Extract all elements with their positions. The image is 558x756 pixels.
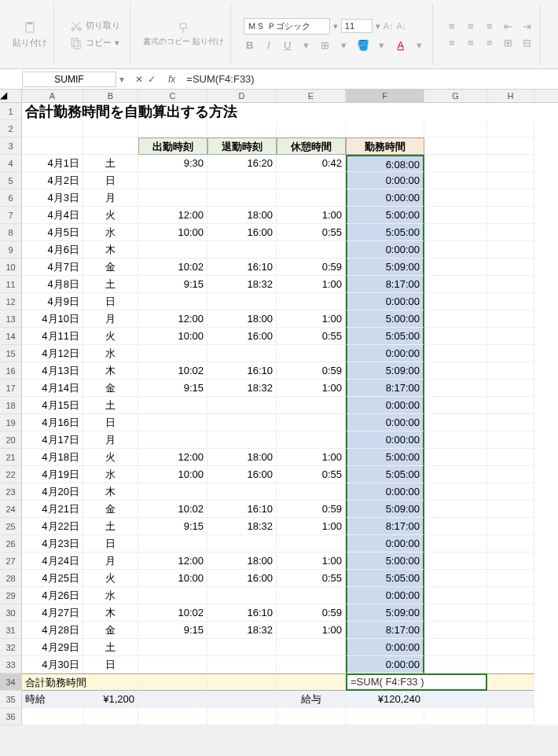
- align-center-button[interactable]: ≡: [464, 37, 477, 49]
- row-header[interactable]: 31: [0, 622, 22, 639]
- cell[interactable]: [487, 138, 534, 155]
- font-name-select[interactable]: ＭＳ Ｐゴシック: [244, 18, 330, 35]
- cell[interactable]: ¥1,200: [83, 691, 138, 708]
- row-header[interactable]: 18: [0, 397, 22, 414]
- bold-button[interactable]: B: [244, 39, 256, 51]
- cell[interactable]: 1:00: [277, 207, 346, 224]
- cell[interactable]: 10:02: [138, 362, 207, 380]
- row-header[interactable]: 17: [0, 380, 22, 397]
- cell[interactable]: [424, 120, 487, 138]
- cell[interactable]: [277, 708, 346, 725]
- cells-area[interactable]: 合計勤務時間を自動算出する方法出勤時刻退勤時刻休憩時間勤務時間4月1日土9:30…: [22, 103, 534, 725]
- cell[interactable]: [424, 328, 487, 345]
- row-header[interactable]: 27: [0, 552, 22, 570]
- cell[interactable]: 9:15: [138, 380, 207, 397]
- cell[interactable]: 土: [83, 639, 138, 656]
- row-header[interactable]: 11: [0, 276, 22, 293]
- col-header-E[interactable]: E: [277, 90, 346, 102]
- row-header[interactable]: 8: [0, 224, 22, 241]
- cell[interactable]: 1:00: [277, 552, 346, 570]
- cell[interactable]: 18:00: [207, 449, 277, 466]
- cell[interactable]: [487, 673, 534, 691]
- cell[interactable]: 5:05:00: [346, 328, 424, 345]
- row-header[interactable]: 33: [0, 656, 22, 673]
- row-header[interactable]: 3: [0, 138, 22, 155]
- cell[interactable]: [424, 189, 487, 207]
- cell[interactable]: [487, 518, 534, 535]
- cell[interactable]: 10:02: [138, 259, 207, 276]
- cell[interactable]: [487, 120, 534, 138]
- increase-font-button[interactable]: A↑: [384, 21, 394, 31]
- cell[interactable]: [277, 673, 346, 691]
- cell[interactable]: 9:30: [138, 155, 207, 172]
- cell[interactable]: 5:05:00: [346, 224, 424, 241]
- cell[interactable]: [424, 207, 487, 224]
- cell[interactable]: [277, 397, 346, 414]
- cell[interactable]: [277, 189, 346, 207]
- border-button[interactable]: ⊞: [319, 39, 332, 51]
- cell[interactable]: 日: [83, 172, 138, 189]
- cell[interactable]: [207, 535, 277, 552]
- cell[interactable]: 1:00: [277, 310, 346, 328]
- cell[interactable]: 9:15: [138, 276, 207, 293]
- cell[interactable]: 5:09:00: [346, 362, 424, 380]
- row-header[interactable]: 5: [0, 172, 22, 189]
- cell[interactable]: [487, 639, 534, 656]
- cell[interactable]: [424, 708, 487, 725]
- cell[interactable]: 4月4日: [22, 207, 83, 224]
- row-header[interactable]: 24: [0, 501, 22, 518]
- cell[interactable]: 0:59: [277, 501, 346, 518]
- merge-button[interactable]: ⊞: [502, 37, 515, 49]
- row-header[interactable]: 10: [0, 259, 22, 276]
- cell[interactable]: 月: [83, 310, 138, 328]
- cell[interactable]: [277, 535, 346, 552]
- cell[interactable]: [487, 207, 534, 224]
- cell[interactable]: 4月26日: [22, 587, 83, 604]
- cell[interactable]: [277, 241, 346, 259]
- cell[interactable]: 0:00:00: [346, 483, 424, 501]
- row-header[interactable]: 7: [0, 207, 22, 224]
- col-header-A[interactable]: A: [22, 90, 83, 102]
- cell[interactable]: 水: [83, 587, 138, 604]
- cell[interactable]: 月: [83, 552, 138, 570]
- cell[interactable]: [487, 535, 534, 552]
- cell[interactable]: [277, 656, 346, 673]
- cell[interactable]: [487, 570, 534, 587]
- cell[interactable]: 4月24日: [22, 552, 83, 570]
- cell[interactable]: 4月22日: [22, 518, 83, 535]
- cell[interactable]: 16:00: [207, 224, 277, 241]
- row-header[interactable]: 16: [0, 362, 22, 380]
- cell[interactable]: [277, 172, 346, 189]
- cell[interactable]: [487, 310, 534, 328]
- cell[interactable]: [487, 155, 534, 172]
- cell[interactable]: [424, 466, 487, 483]
- cell[interactable]: 火: [83, 207, 138, 224]
- cell[interactable]: [277, 293, 346, 310]
- name-box[interactable]: SUMIF: [22, 72, 116, 87]
- col-header-F[interactable]: F: [346, 90, 424, 102]
- cell[interactable]: [424, 622, 487, 639]
- row-header[interactable]: 14: [0, 328, 22, 345]
- indent-increase-button[interactable]: ⇥: [521, 20, 534, 32]
- row-header[interactable]: 20: [0, 431, 22, 449]
- cell[interactable]: 4月27日: [22, 604, 83, 622]
- cell[interactable]: [487, 380, 534, 397]
- copy-button[interactable]: コピー ▾: [67, 35, 123, 51]
- row-header[interactable]: 15: [0, 345, 22, 362]
- cell[interactable]: [424, 518, 487, 535]
- cell[interactable]: [424, 155, 487, 172]
- row-header[interactable]: 12: [0, 293, 22, 310]
- cell[interactable]: [487, 587, 534, 604]
- cell[interactable]: 18:32: [207, 518, 277, 535]
- cell[interactable]: 1:00: [277, 622, 346, 639]
- cell[interactable]: 0:59: [277, 259, 346, 276]
- row-header[interactable]: 25: [0, 518, 22, 535]
- cell[interactable]: 4月28日: [22, 622, 83, 639]
- cell[interactable]: [424, 691, 487, 708]
- cell[interactable]: 4月11日: [22, 328, 83, 345]
- align-middle-button[interactable]: ≡: [464, 20, 477, 32]
- fx-icon[interactable]: fx: [163, 74, 180, 85]
- cell[interactable]: 12:00: [138, 449, 207, 466]
- cell[interactable]: [207, 431, 277, 449]
- cell[interactable]: [424, 293, 487, 310]
